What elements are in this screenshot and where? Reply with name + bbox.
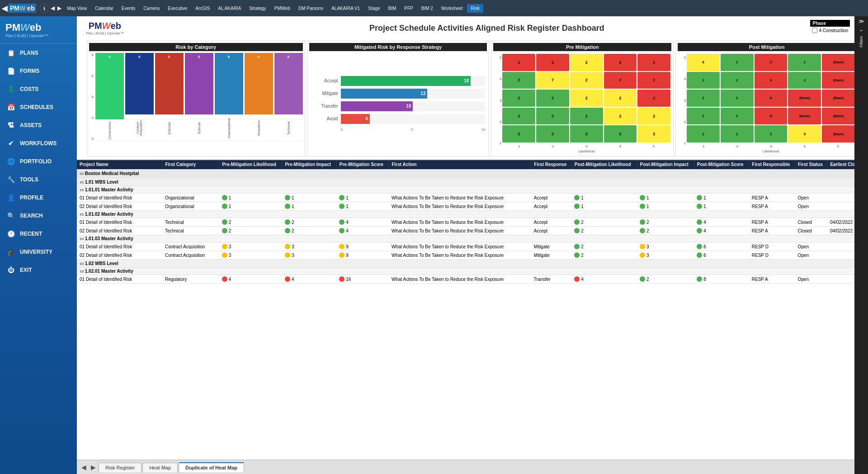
pre-impact: 3 — [282, 251, 336, 260]
expand-wbs101[interactable]: ▭ — [80, 180, 85, 185]
sidebar-item-schedules[interactable]: 📅 SCHEDULES — [0, 98, 77, 116]
risk-table-container[interactable]: Project Name First Category Pre-Mitigati… — [77, 160, 868, 460]
sidebar-item-profile[interactable]: 👤 PROFILE — [0, 189, 77, 207]
sidebar-item-recent[interactable]: 🕐 RECENT — [0, 225, 77, 243]
hbar-avoid-label: Avoid — [311, 116, 338, 121]
sidebar-label-assets: ASSETS — [20, 122, 42, 128]
sidebar-label-plans: PLANS — [20, 50, 38, 56]
phase-value: 4 Construction — [810, 27, 850, 34]
nav-tab-stage[interactable]: Stage — [364, 4, 383, 13]
hbar-accept-bar: 18 — [341, 76, 486, 86]
expand-activity10103[interactable]: ▭ — [80, 236, 85, 241]
nav-prev[interactable]: ◀ — [50, 4, 56, 12]
sidebar-item-tools[interactable]: 🔧 TOOLS — [0, 171, 77, 189]
nav-tab-alakaria[interactable]: AL AKARIA — [215, 4, 245, 13]
filter-chevron-down[interactable]: ⌄ — [859, 26, 863, 33]
th-first-status: First Status — [795, 160, 827, 169]
tab-nav-prev[interactable]: ◀ — [80, 464, 88, 471]
nav-tab-bim2[interactable]: BIM 2 — [418, 4, 437, 13]
pre-score: 1 — [336, 202, 389, 211]
first-response: Accept — [531, 227, 571, 235]
first-action: What Actions To Be Taken to Reduce the R… — [389, 194, 531, 202]
tab-risk-register[interactable]: Risk Register — [99, 463, 142, 472]
sidebar-item-forms[interactable]: 📄 FORMS — [0, 62, 77, 80]
expand-activity10201[interactable]: ▭ — [80, 269, 85, 274]
nav-tab-bim[interactable]: BIM — [384, 4, 400, 13]
sidebar-item-university[interactable]: 🎓 UNIVERSITY — [0, 243, 77, 261]
first-action: What Actions To Be Taken to Reduce the R… — [389, 227, 531, 235]
sidebar-item-workflows[interactable]: ✔ WORKFLOWS — [0, 134, 77, 152]
workflows-icon: ✔ — [6, 139, 15, 148]
dashboard-title: Project Schedule Activities Aligned Risk… — [124, 24, 850, 33]
assets-icon: 🏗 — [6, 121, 15, 130]
sidebar-item-search[interactable]: 🔍 SEARCH — [0, 207, 77, 225]
risk-category: Organizational — [162, 202, 219, 211]
sidebar-brand: PMWeb — [5, 22, 71, 33]
sidebar-label-recent: RECENT — [20, 231, 42, 237]
pre-likelihood: 1 — [219, 202, 282, 211]
post-likelihood: 1 — [571, 194, 637, 202]
tab-heat-map[interactable]: Heat Map — [142, 463, 178, 472]
post-likelihood: 4 — [571, 275, 637, 284]
expand-wbs102[interactable]: ▭ — [80, 261, 85, 266]
pre-score: 4 — [336, 218, 389, 227]
nav-tab-risk[interactable]: Risk — [467, 4, 483, 13]
nav-tab-pmweb[interactable]: PMWeb — [271, 4, 294, 13]
th-first-category: First Category — [162, 160, 219, 169]
nav-tab-arcgis[interactable]: ArcGIS — [192, 4, 213, 13]
sidebar-label-search: SEARCH — [20, 213, 43, 219]
pre-impact: 2 — [282, 218, 336, 227]
first-action: What Actions To Be Taken to Reduce the R… — [389, 218, 531, 227]
phase-checkbox[interactable] — [812, 28, 817, 33]
risk-name: 02 Detail of Identified Risk — [77, 251, 162, 260]
first-responsible: RESP D — [749, 251, 795, 260]
nav-tab-pfp[interactable]: PFP — [401, 4, 416, 13]
nav-tab-calendar[interactable]: Calendar — [91, 4, 117, 13]
sidebar-item-exit[interactable]: ⏻ EXIT — [0, 261, 77, 279]
sidebar-item-assets[interactable]: 🏗 ASSETS — [0, 116, 77, 134]
hbar-mitigate-bar: 12 — [341, 89, 486, 99]
sidebar-label-forms: FORMS — [20, 68, 39, 74]
expand-activity10101[interactable]: ▭ — [80, 187, 85, 192]
expand-boston[interactable]: ▭ — [80, 171, 85, 176]
section-header-boston: ▭ Boston Medical Hostpital — [77, 169, 868, 178]
sidebar-item-costs[interactable]: 💲 COSTS — [0, 80, 77, 98]
first-responsible: RESP A — [749, 202, 795, 211]
first-status: Open — [795, 275, 827, 284]
first-status: Closed — [795, 227, 827, 235]
nav-tab-dmparsons[interactable]: DM Parsons — [295, 4, 327, 13]
post-impact: 3 — [637, 251, 694, 260]
nav-tab-alakariav1[interactable]: ALAKARIA V1 — [328, 4, 363, 13]
nav-tab-strategy[interactable]: Strategy — [245, 4, 269, 13]
risk-category: Regulatory — [162, 275, 219, 284]
table-row: 01 Detail of Identified Risk Regulatory … — [77, 275, 868, 284]
filter-label[interactable]: Filters — [857, 34, 865, 49]
sidebar: PMWeb Plan | Build | Operate™ 📋 PLANS 📄 … — [0, 16, 77, 474]
expand-activity10102[interactable]: ▭ — [80, 212, 85, 217]
nav-next[interactable]: ▶ — [57, 4, 62, 12]
sidebar-label-workflows: WORKFLOWS — [20, 140, 57, 147]
nav-info-button[interactable]: ℹ — [40, 4, 49, 13]
nav-tab-events[interactable]: Events — [118, 4, 139, 13]
th-pre-score: Pre-Mitigation Score — [336, 160, 389, 169]
sidebar-item-portfolio[interactable]: 🌐 PORTFOLIO — [0, 152, 77, 171]
filter-collapse-arrow[interactable]: ≫ — [859, 18, 864, 24]
filter-panel: ≫ ⌄ Filters — [854, 16, 868, 474]
risk-by-category-content: 86420 8 Cons — [89, 53, 303, 154]
nav-tab-mapview[interactable]: Map View — [63, 4, 90, 13]
tab-nav-next[interactable]: ▶ — [89, 464, 98, 471]
nav-tab-worksheet[interactable]: Worksheet — [438, 4, 467, 13]
first-response: Transfer — [531, 275, 571, 284]
sidebar-label-university: UNIVERSITY — [20, 249, 52, 255]
nav-tab-executive[interactable]: Executive — [164, 4, 191, 13]
post-impact: 1 — [637, 194, 694, 202]
risk-name: 02 Detail of Identified Risk — [77, 202, 162, 211]
tools-icon: 🔧 — [6, 175, 15, 184]
mitigated-risk-content: Accept 18 Mitigate 12 — [309, 53, 487, 154]
first-status: Open — [795, 242, 827, 251]
sidebar-item-plans[interactable]: 📋 PLANS — [0, 44, 77, 62]
first-status: Open — [795, 202, 827, 211]
post-mitigation-title: Post Mitigation — [678, 43, 856, 51]
nav-tab-camera[interactable]: Camera — [140, 4, 163, 13]
tab-duplicate-heat-map[interactable]: Duplicate of Heat Map — [179, 462, 244, 472]
